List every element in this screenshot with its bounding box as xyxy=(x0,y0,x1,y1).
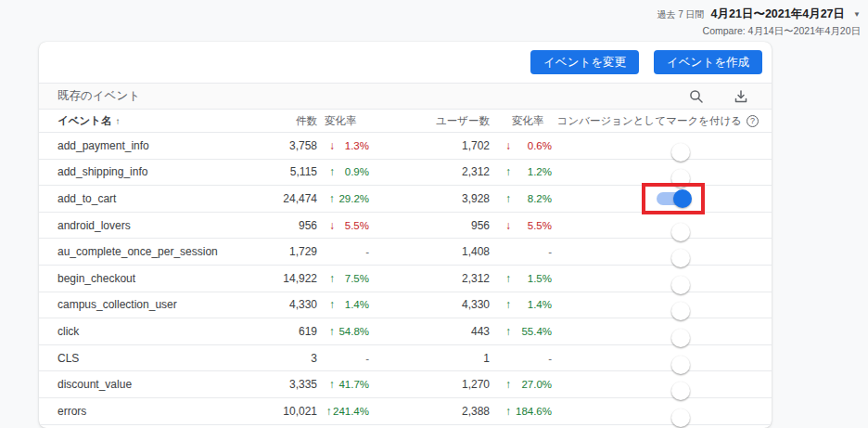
change-percent: 241.4% xyxy=(333,406,377,417)
event-name: CLS xyxy=(39,352,262,365)
event-count-change: ↑ 1.4% xyxy=(317,298,377,311)
change-percent: - xyxy=(339,246,377,257)
users-change-arrow-icon: ↑ xyxy=(501,298,516,311)
event-count-change: ↑ 0.9% xyxy=(317,165,377,178)
table-row: CLS 3 - 1 - xyxy=(39,345,772,372)
toggle-knob xyxy=(671,249,690,267)
users-change-percent: 184.6% xyxy=(516,406,552,417)
change-arrow-icon: ↑ xyxy=(325,298,339,311)
existing-events-header: 既存のイベント xyxy=(39,83,772,110)
toggle-knob xyxy=(671,302,690,320)
event-users: 443 xyxy=(377,325,490,338)
event-count: 4,330 xyxy=(262,298,317,311)
event-users-change: ↑ 27.0% xyxy=(490,378,552,391)
red-highlight-annotation xyxy=(642,183,705,214)
event-count: 14,922 xyxy=(262,272,317,285)
event-count: 5,115 xyxy=(262,165,317,178)
column-header-change[interactable]: 変化率 xyxy=(317,114,377,128)
users-change-arrow-icon: ↑ xyxy=(501,378,516,391)
modify-event-button[interactable]: イベントを変更 xyxy=(530,50,639,75)
change-arrow-icon: ↑ xyxy=(325,272,339,285)
event-users-change: - xyxy=(490,353,552,364)
event-count-change: ↑ 29.2% xyxy=(317,192,377,205)
event-users: 1,270 xyxy=(377,378,490,391)
event-users: 956 xyxy=(377,219,490,232)
sort-ascending-icon: ↑ xyxy=(116,116,121,126)
event-name: click xyxy=(39,325,262,338)
change-percent: 54.8% xyxy=(338,326,377,337)
change-percent: 0.9% xyxy=(339,166,377,177)
event-count: 1,729 xyxy=(262,245,317,258)
event-users: 2,388 xyxy=(377,405,490,418)
event-count-change: ↓ 1.3% xyxy=(317,139,377,152)
event-count: 10,021 xyxy=(262,405,317,418)
change-percent: 1.3% xyxy=(339,140,377,151)
event-name: add_shipping_info xyxy=(39,165,262,178)
event-count-change: - xyxy=(317,246,377,257)
event-name: android_lovers xyxy=(39,219,262,232)
column-header-event-name[interactable]: イベント名 ↑ xyxy=(39,114,262,128)
users-change-arrow-icon: ↓ xyxy=(501,219,516,232)
users-change-arrow-icon: ↑ xyxy=(501,272,516,285)
users-change-percent: 8.2% xyxy=(516,193,552,204)
date-range-selector[interactable]: 過去 7 日間 4月21日〜2021年4月27日 ▼ xyxy=(657,6,861,22)
event-count-change: - xyxy=(317,353,377,364)
table-row: android_lovers 956 ↓ 5.5% 956 ↓ 5.5% xyxy=(39,213,772,240)
table-row: add_to_cart 24,474 ↑ 29.2% 3,928 ↑ 8.2% xyxy=(39,186,772,213)
toggle-knob xyxy=(673,189,692,208)
users-change-percent: 0.6% xyxy=(516,140,552,151)
event-count: 3 xyxy=(262,352,317,365)
event-users: 3,928 xyxy=(377,192,490,205)
table-row: add_shipping_info 5,115 ↑ 0.9% 2,312 ↑ 1… xyxy=(39,160,772,187)
section-title: 既存のイベント xyxy=(57,88,688,104)
change-arrow-icon: ↑ xyxy=(325,192,338,205)
event-name: discount_value xyxy=(39,378,262,391)
event-users-change: ↑ 1.2% xyxy=(490,165,552,178)
event-users-change: ↑ 1.5% xyxy=(490,272,552,285)
event-count: 3,335 xyxy=(262,378,317,391)
table-row: campus_collection_user 4,330 ↑ 1.4% 4,33… xyxy=(39,292,772,319)
event-name: begin_checkout xyxy=(39,272,262,285)
date-compare-range: Compare: 4月14日〜2021年4月20日 xyxy=(657,25,861,38)
column-header-count[interactable]: 件数 xyxy=(262,114,317,128)
event-users-change: ↓ 5.5% xyxy=(490,219,552,232)
event-users-change: ↑ 184.6% xyxy=(490,405,552,418)
toggle-knob xyxy=(671,143,690,162)
users-change-percent: 1.2% xyxy=(516,166,552,177)
table-row: au_complete_once_per_session 1,729 - 1,4… xyxy=(39,239,772,266)
event-users-change: ↑ 55.4% xyxy=(490,325,552,338)
column-header-users-change[interactable]: 変化率 xyxy=(490,114,552,128)
table-header-row: イベント名 ↑ 件数 変化率 ユーザー数 変化率 コンバージョンとしてマークを付… xyxy=(39,110,772,133)
toggle-knob xyxy=(671,276,690,294)
users-change-percent: - xyxy=(516,353,552,364)
change-arrow-icon: ↑ xyxy=(325,405,333,418)
event-count-change: ↑ 7.5% xyxy=(317,272,377,285)
date-range-value: 4月21日〜2021年4月27日 xyxy=(711,6,846,22)
event-name: errors xyxy=(39,405,262,418)
table-row: click 619 ↑ 54.8% 443 ↑ 55.4% xyxy=(39,318,772,345)
toggle-knob xyxy=(671,409,690,427)
table-row: add_payment_info 3,758 ↓ 1.3% 1,702 ↓ 0.… xyxy=(39,133,772,160)
change-percent: - xyxy=(339,353,377,364)
table-row: discount_value 3,335 ↑ 41.7% 1,270 ↑ 27.… xyxy=(39,371,772,398)
event-users-change: ↑ 8.2% xyxy=(490,192,552,205)
conversion-toggle[interactable] xyxy=(657,192,690,205)
date-range-label: 過去 7 日間 xyxy=(657,8,704,21)
change-percent: 7.5% xyxy=(339,273,377,284)
users-change-arrow-icon: ↑ xyxy=(501,165,516,178)
event-users: 2,312 xyxy=(377,165,490,178)
download-icon[interactable] xyxy=(733,88,749,105)
column-header-mark-as-conversion: コンバージョンとしてマークを付ける ? xyxy=(552,114,772,128)
event-name: add_payment_info xyxy=(39,139,262,152)
event-users: 1,408 xyxy=(377,245,490,258)
column-header-users[interactable]: ユーザー数 xyxy=(377,114,490,128)
table-row: errors 10,021 ↑ 241.4% 2,388 ↑ 184.6% xyxy=(39,398,772,425)
change-arrow-icon: ↓ xyxy=(325,139,339,152)
event-users-change: - xyxy=(490,246,552,257)
help-icon[interactable]: ? xyxy=(747,115,759,127)
search-icon[interactable] xyxy=(688,88,705,105)
create-event-button[interactable]: イベントを作成 xyxy=(654,50,762,75)
change-arrow-icon: ↑ xyxy=(325,378,338,391)
toggle-knob xyxy=(671,382,690,400)
date-range-bar: 過去 7 日間 4月21日〜2021年4月27日 ▼ Compare: 4月14… xyxy=(657,6,861,38)
